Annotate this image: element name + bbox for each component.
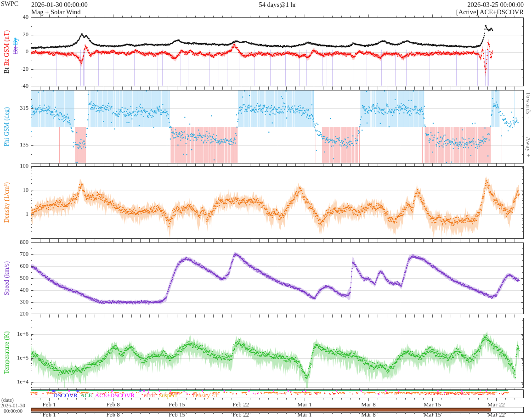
legend-item-density-1: density <1: [192, 392, 218, 399]
axis-start-time: 00:00:00: [4, 408, 23, 414]
status-legend: DSCOVRACEACE+DSCOVRerrorsuspectdensity <…: [53, 392, 218, 399]
data-source-label: [Active] ACE+DSCOVR: [31, 8, 524, 16]
y-tick-label: 0: [0, 48, 28, 55]
towards-sector-label: Towards -: [525, 92, 532, 119]
legend-item-suspect: suspect: [159, 392, 177, 399]
x-tick-label: Mar 22: [480, 401, 512, 408]
phi-axis-label: Phi GSM (deg): [3, 107, 11, 147]
x-tick-label: Feb 15: [161, 401, 193, 408]
y-tick-label: 1e+5: [0, 355, 28, 361]
y-tick-label: 10: [0, 187, 28, 194]
y-tick-label: 200: [0, 310, 28, 317]
solar-wind-multipanel-plot: SWPC 2026-01-30 00:00:00 54 days@1 hr 20…: [0, 0, 532, 417]
y-tick-label: 800: [0, 239, 28, 246]
x-tick-label: Feb 15: [161, 411, 193, 417]
by-label: By: [12, 38, 19, 45]
x-tick-label: Mar 15: [416, 401, 448, 408]
y-tick-label: 1: [0, 211, 28, 218]
x-tick-label: Mar 8: [352, 401, 385, 408]
y-tick-label: 315: [0, 105, 28, 112]
y-tick-label: 135: [0, 141, 28, 148]
y-tick-label: -40: [0, 83, 28, 90]
x-tick-label: Mar 1: [289, 401, 321, 408]
plot-end-datetime: 2026-03-25 00:00:00: [31, 1, 524, 9]
y-tick-label: 40: [0, 14, 28, 21]
x-tick-label: Feb 22: [225, 401, 257, 408]
axis-start-date: 2026-01-30: [0, 403, 25, 408]
x-tick-label: Feb 8: [97, 411, 129, 417]
y-tick-label: 400: [0, 287, 28, 293]
y-tick-label: 20: [0, 31, 28, 38]
legend-item-ace-dscovr: ACE+DSCOVR: [95, 392, 135, 399]
y-tick-label: 500: [0, 275, 28, 282]
y-tick-label: 300: [0, 299, 28, 305]
x-tick-label: Feb 1: [33, 411, 65, 417]
y-tick-label: 700: [0, 251, 28, 258]
away-sector-label: Away +: [525, 137, 532, 158]
y-tick-label: 1e+6: [0, 331, 28, 338]
x-tick-label: Feb 8: [97, 401, 129, 408]
legend-item-dscovr: DSCOVR: [53, 392, 78, 399]
x-tick-label: Mar 1: [289, 411, 321, 417]
x-tick-label: Mar 15: [416, 411, 448, 417]
y-tick-label: 1e+4: [0, 378, 28, 385]
date-axis-label: (date): [1, 397, 14, 403]
x-tick-label: Feb 22: [225, 411, 257, 417]
y-tick-label: -20: [0, 66, 28, 73]
x-tick-label: Mar 8: [352, 411, 385, 417]
app-brand: SWPC: [1, 0, 18, 8]
y-tick-label: 600: [0, 263, 28, 270]
y-tick-label: 100: [0, 163, 28, 169]
time-range-slider[interactable]: [31, 408, 491, 411]
temperature-axis-label: Temperature (K): [3, 331, 11, 374]
chart-canvas: [0, 0, 532, 417]
x-tick-label: Feb 1: [33, 401, 65, 408]
legend-item-error: error: [144, 392, 155, 399]
x-tick-label: Mar 22: [480, 411, 512, 417]
legend-item-ace: ACE: [80, 392, 92, 399]
